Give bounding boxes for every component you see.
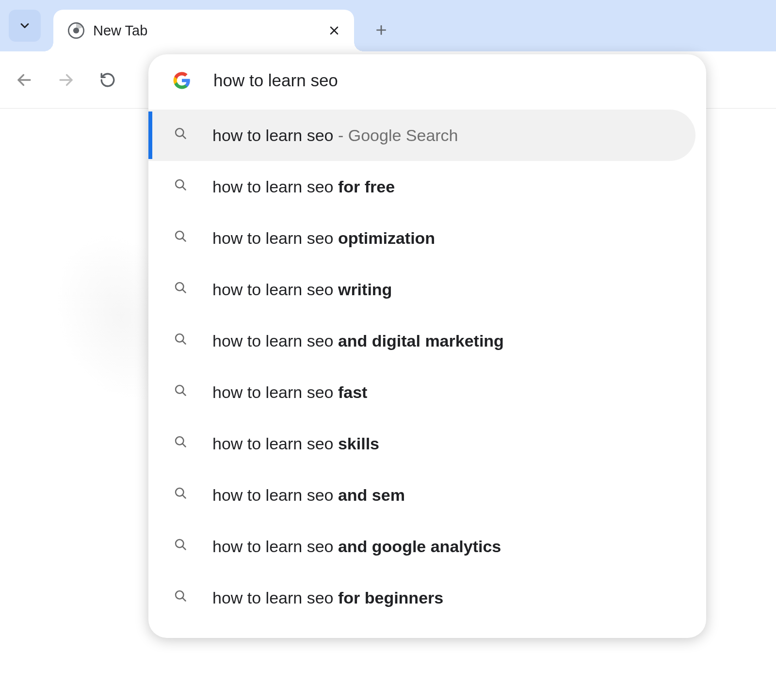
search-icon	[174, 127, 191, 144]
suggestion-text: how to learn seo for beginners	[212, 589, 443, 607]
svg-line-11	[182, 187, 185, 190]
suggestion-item[interactable]: how to learn seo and google analytics	[148, 521, 695, 572]
chevron-down-icon	[18, 19, 32, 32]
suggestion-item[interactable]: how to learn seo and digital marketing	[148, 315, 695, 366]
google-g-icon	[173, 71, 191, 90]
tab-close-button[interactable]	[326, 22, 342, 39]
search-icon	[174, 332, 191, 350]
svg-line-15	[182, 289, 185, 292]
suggestion-text: how to learn seo writing	[212, 280, 392, 299]
arrow-left-icon	[16, 71, 33, 89]
suggestion-item[interactable]: how to learn seo skills	[148, 418, 695, 469]
suggestion-text: how to learn seo - Google Search	[212, 126, 458, 145]
suggestion-item[interactable]: how to learn seo and sem	[148, 469, 695, 521]
omnibox-input[interactable]	[213, 71, 687, 90]
suggestion-text: how to learn seo and google analytics	[212, 537, 501, 556]
search-tabs-button[interactable]	[9, 10, 41, 42]
plus-icon	[375, 24, 388, 36]
search-icon	[174, 486, 191, 504]
close-icon	[328, 25, 340, 36]
browser-tab[interactable]: New Tab	[53, 10, 354, 51]
suggestion-text: how to learn seo and sem	[212, 486, 405, 505]
search-icon	[174, 435, 191, 452]
search-icon	[174, 383, 191, 401]
svg-line-19	[182, 392, 185, 395]
svg-line-13	[182, 238, 185, 241]
search-icon	[174, 589, 191, 606]
suggestion-item[interactable]: how to learn seo - Google Search	[148, 110, 695, 161]
suggestion-text: how to learn seo optimization	[212, 229, 435, 248]
omnibox-input-row	[148, 54, 706, 107]
new-tab-button[interactable]	[369, 17, 394, 43]
suggestion-item[interactable]: how to learn seo optimization	[148, 212, 695, 264]
svg-line-27	[182, 598, 185, 601]
reload-button[interactable]	[93, 65, 122, 95]
suggestion-text: how to learn seo for free	[212, 177, 395, 196]
suggestion-item[interactable]: how to learn seo fast	[148, 366, 695, 418]
search-icon	[174, 281, 191, 298]
omnibox-dropdown: how to learn seo - Google Searchhow to l…	[148, 54, 706, 638]
svg-line-9	[182, 135, 185, 138]
forward-button[interactable]	[51, 65, 81, 95]
suggestions-list: how to learn seo - Google Searchhow to l…	[148, 107, 706, 623]
svg-line-23	[182, 495, 185, 498]
suggestion-text: how to learn seo fast	[212, 383, 367, 402]
svg-line-17	[182, 341, 185, 344]
suggestion-item[interactable]: how to learn seo writing	[148, 264, 695, 315]
chrome-favicon-icon	[68, 22, 84, 39]
back-button[interactable]	[10, 65, 39, 95]
suggestion-text: how to learn seo and digital marketing	[212, 332, 504, 350]
suggestion-text: how to learn seo skills	[212, 434, 379, 453]
arrow-right-icon	[57, 71, 75, 89]
suggestion-item[interactable]: how to learn seo for beginners	[148, 572, 695, 623]
suggestion-item[interactable]: how to learn seo for free	[148, 161, 695, 212]
search-icon	[174, 538, 191, 555]
svg-line-21	[182, 444, 185, 446]
svg-line-25	[182, 546, 185, 549]
reload-icon	[99, 72, 116, 88]
search-icon	[174, 178, 191, 195]
search-icon	[174, 229, 191, 247]
tab-strip: New Tab	[0, 0, 776, 51]
tab-title: New Tab	[93, 23, 326, 39]
